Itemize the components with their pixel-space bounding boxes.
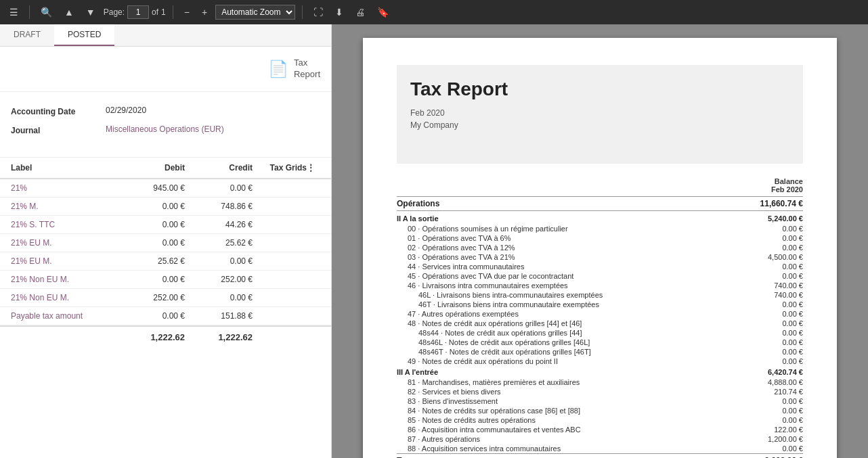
pdf-line: 45 · Opérations avec TVA due par le coco…: [397, 271, 803, 281]
table-row[interactable]: Payable tax amount 0.00 € 151.88 €: [0, 307, 331, 325]
pdf-line: 83 · Biens d'investissement0.00 €: [397, 396, 803, 406]
page-input[interactable]: [127, 5, 149, 19]
row-label[interactable]: 21%: [11, 183, 117, 193]
pdf-title: Tax Report: [410, 78, 789, 100]
document-icon: 📄: [268, 60, 288, 78]
row-credit: 0.00 €: [185, 183, 253, 193]
row-credit: 0.00 €: [185, 256, 253, 266]
row-debit: 0.00 €: [117, 202, 185, 211]
row-credit: 252.00 €: [185, 275, 253, 284]
tab-posted[interactable]: POSTED: [54, 24, 114, 46]
pdf-a-entree: III A l'entrée 6,420.74 €: [397, 366, 803, 377]
journal-value[interactable]: Miscellaneous Operations (EUR): [106, 124, 224, 134]
row-label[interactable]: Payable tax amount: [11, 311, 117, 321]
pdf-line: 48s44 · Notes de crédit aux opérations g…: [397, 328, 803, 338]
pdf-viewer[interactable]: Tax Report Feb 2020 My Company Balance F…: [332, 24, 868, 458]
pdf-balance-label: Balance Feb 2020: [722, 177, 803, 193]
zoom-select[interactable]: Automatic Zoom: [215, 5, 295, 20]
separator-2: [173, 5, 173, 19]
row-label[interactable]: 21% EU M.: [11, 256, 117, 266]
footer-actions: [307, 332, 320, 342]
pdf-subtitle: Feb 2020: [410, 108, 789, 118]
page-total: 1: [161, 7, 166, 17]
table-footer: 1,222.62 1,222.62: [0, 325, 331, 348]
search-button[interactable]: 🔍: [37, 4, 56, 20]
table-row[interactable]: 21% 945.00 € 0.00 €: [0, 179, 331, 198]
col-label: Label: [11, 163, 117, 173]
pdf-title-area: Tax Report Feb 2020 My Company: [397, 65, 803, 164]
bookmark-button[interactable]: 🔖: [373, 4, 393, 20]
row-credit: 25.62 €: [185, 238, 253, 248]
row-label[interactable]: 21% M.: [11, 202, 117, 211]
pdf-line: 84 · Notes de crédits sur opérations cas…: [397, 406, 803, 415]
journal-row: Journal Miscellaneous Operations (EUR): [11, 124, 320, 135]
footer-label: [11, 332, 117, 342]
pdf-line: 02 · Opérations avec TVA à 12%0.00 €: [397, 243, 803, 252]
row-debit: 252.00 €: [117, 293, 185, 302]
pdf-line: 82 · Services et biens divers210.74 €: [397, 387, 803, 396]
pdf-company: My Company: [410, 120, 789, 130]
pdf-line: 86 · Acquisition intra communautaires et…: [397, 425, 803, 434]
table-header: Label Debit Credit Tax Grids ⋮: [0, 158, 331, 179]
row-label[interactable]: 21% S. TTC: [11, 220, 117, 229]
left-panel: DRAFT POSTED 📄 Tax Report Accounting Dat…: [0, 24, 332, 458]
fullscreen-button[interactable]: ⛶: [309, 4, 327, 20]
report-icon-block: 📄 Tax Report: [268, 58, 320, 81]
row-debit: 945.00 €: [117, 183, 185, 193]
table-row[interactable]: 21% S. TTC 0.00 € 44.26 €: [0, 216, 331, 234]
pdf-line: 48 · Notes de crédit aux opérations gril…: [397, 319, 803, 328]
pdf-line: 01 · Opérations avec TVA à 6%0.00 €: [397, 233, 803, 243]
print-button[interactable]: 🖨: [351, 4, 369, 20]
pdf-line: 00 · Opérations soumises à un régime par…: [397, 224, 803, 233]
pdf-sortie-lines: 00 · Opérations soumises à un régime par…: [397, 224, 803, 366]
pdf-line: 46T · Livraisons biens intra communautai…: [397, 300, 803, 309]
row-debit: 0.00 €: [117, 238, 185, 248]
col-tax-grids: Tax Grids: [253, 163, 307, 173]
pdf-line: 46 · Livraisons intra communautaires exe…: [397, 281, 803, 290]
table-row[interactable]: 21% Non EU M. 0.00 € 252.00 €: [0, 271, 331, 289]
sidebar-toggle-button[interactable]: ☰: [5, 4, 22, 20]
pdf-line: 03 · Opérations avec TVA à 21%4,500.00 €: [397, 252, 803, 262]
row-debit: 25.62 €: [117, 256, 185, 266]
row-debit: 0.00 €: [117, 311, 185, 321]
footer-tax: [253, 332, 307, 342]
download-button[interactable]: ⬇: [331, 4, 347, 20]
pdf-line: 85 · Notes de crédits autres opérations0…: [397, 415, 803, 425]
pdf-line: 46L · Livraisons biens intra-communautai…: [397, 290, 803, 300]
pdf-entree-lines: 81 · Marchandises, matières premières et…: [397, 377, 803, 453]
row-label[interactable]: 21% Non EU M.: [11, 275, 117, 284]
report-label-line1: Tax: [294, 58, 320, 69]
tab-bar: DRAFT POSTED: [0, 24, 331, 47]
pdf-line: 44 · Services intra communautaires0.00 €: [397, 262, 803, 271]
pdf-line: 47 · Autres opérations exemptées0.00 €: [397, 309, 803, 319]
table-row[interactable]: 21% EU M. 0.00 € 25.62 €: [0, 234, 331, 252]
pdf-a-sortie: II A la sortie 5,240.00 €: [397, 212, 803, 224]
prev-page-button[interactable]: ▲: [60, 4, 78, 20]
report-header: 📄 Tax Report: [0, 47, 331, 92]
table-row[interactable]: 21% Non EU M. 252.00 € 0.00 €: [0, 289, 331, 307]
main-area: DRAFT POSTED 📄 Tax Report Accounting Dat…: [0, 24, 868, 458]
zoom-out-button[interactable]: −: [180, 4, 194, 20]
row-label[interactable]: 21% Non EU M.: [11, 293, 117, 302]
page-navigation: Page: of 1: [104, 5, 166, 19]
pdf-balance-header: Balance Feb 2020: [397, 177, 803, 193]
tab-draft[interactable]: DRAFT: [0, 24, 54, 46]
row-credit: 151.88 €: [185, 311, 253, 321]
pdf-taxes-section: Taxes 2,293.36 €: [397, 453, 803, 458]
zoom-in-button[interactable]: +: [198, 4, 211, 20]
footer-credit: 1,222.62: [185, 332, 253, 342]
pdf-line: 48s46L · Notes de crédit aux opérations …: [397, 338, 803, 347]
table-row[interactable]: 21% M. 0.00 € 748.86 €: [0, 198, 331, 216]
accounting-date-row: Accounting Date 02/29/2020: [11, 106, 320, 116]
pdf-page: Tax Report Feb 2020 My Company Balance F…: [363, 38, 837, 458]
row-credit: 44.26 €: [185, 220, 253, 229]
next-page-button[interactable]: ▼: [82, 4, 100, 20]
footer-debit: 1,222.62: [117, 332, 185, 342]
table-row[interactable]: 21% EU M. 25.62 € 0.00 €: [0, 252, 331, 271]
col-credit: Credit: [185, 163, 253, 173]
row-label[interactable]: 21% EU M.: [11, 238, 117, 248]
accounting-date-label: Accounting Date: [11, 106, 106, 116]
row-credit: 0.00 €: [185, 293, 253, 302]
row-credit: 748.86 €: [185, 202, 253, 211]
pdf-line: 87 · Autres opérations1,200.00 €: [397, 434, 803, 444]
